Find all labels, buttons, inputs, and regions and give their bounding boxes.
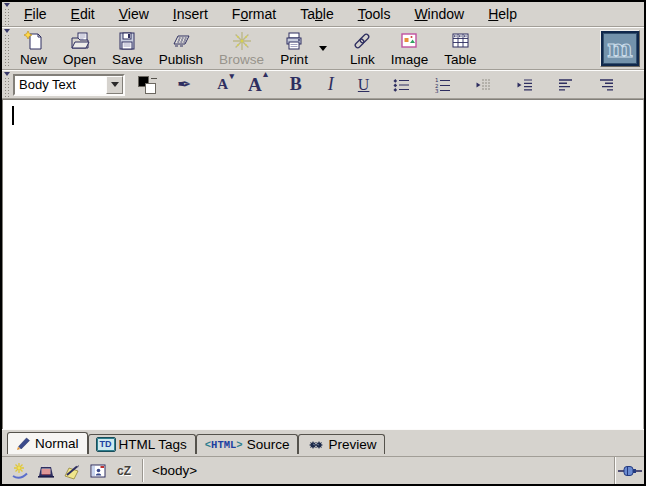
numbered-list-icon: 123 [434, 77, 451, 93]
structure-toolbar-body-tag[interactable]: <body> [152, 463, 197, 478]
underline-button[interactable]: U [358, 76, 370, 94]
italic-button[interactable]: I [328, 74, 334, 95]
link-button[interactable]: Link [343, 29, 382, 68]
online-plug-icon [618, 464, 642, 478]
menu-view[interactable]: View [107, 6, 161, 22]
toolbar-grippy[interactable] [2, 28, 12, 69]
text-color-picker[interactable] [137, 75, 161, 95]
link-button-label: Link [350, 52, 375, 67]
tab-source[interactable]: <HTML> Source [196, 434, 299, 454]
collapse-arrow-icon [4, 3, 10, 7]
chatzilla-icon[interactable]: cZ [114, 462, 134, 480]
align-left-icon [557, 77, 574, 93]
menu-edit[interactable]: Edit [59, 6, 107, 22]
paragraph-format-value: Body Text [15, 77, 106, 92]
edit-mode-tabbar: Normal TD HTML Tags <HTML> Source Previe… [2, 429, 644, 456]
link-icon [351, 30, 373, 52]
indent-button[interactable] [516, 77, 533, 93]
new-button-label: New [20, 52, 47, 67]
bullet-list-icon [393, 77, 410, 93]
tab-source-label: Source [247, 437, 290, 452]
tab-normal-label: Normal [35, 436, 79, 451]
online-status-button[interactable] [614, 457, 644, 484]
align-right-button[interactable] [598, 77, 615, 93]
navigator-icon[interactable] [10, 462, 30, 480]
print-dropdown-arrow[interactable] [316, 46, 330, 51]
publish-button-label: Publish [159, 52, 203, 67]
editor-canvas[interactable] [2, 99, 644, 429]
composer-window: File Edit View Insert Format Table Tools… [0, 0, 646, 486]
pen-icon [16, 437, 31, 451]
decrease-font-button[interactable]: A▾ [217, 76, 228, 93]
menu-tools[interactable]: Tools [346, 6, 403, 22]
print-button[interactable]: Print [273, 29, 315, 68]
align-left-button[interactable] [557, 77, 574, 93]
status-bar: cZ <body> [2, 456, 644, 484]
tab-html-tags[interactable]: TD HTML Tags [88, 434, 196, 454]
tab-html-tags-label: HTML Tags [119, 437, 187, 452]
table-button[interactable]: Table [437, 29, 483, 68]
open-button[interactable]: Open [56, 29, 103, 68]
image-button-label: Image [391, 52, 429, 67]
html-source-icon: <HTML> [205, 439, 243, 451]
open-button-label: Open [63, 52, 96, 67]
save-button[interactable]: Save [105, 29, 150, 68]
arrow-down-icon: ▾ [230, 71, 235, 81]
collapse-arrow-icon [4, 72, 10, 76]
menu-format[interactable]: Format [220, 6, 288, 22]
collapse-arrow-icon [4, 29, 10, 33]
table-icon [449, 30, 471, 52]
image-icon [398, 30, 420, 52]
menu-window[interactable]: Window [402, 6, 476, 22]
indent-icon [516, 77, 533, 93]
save-button-label: Save [112, 52, 143, 67]
outdent-icon [475, 77, 492, 93]
image-button[interactable]: Image [384, 29, 436, 68]
text-caret [12, 106, 14, 125]
format-toolbar: Body Text ✒ A▾ A▴ B I U [2, 70, 644, 99]
new-page-icon [23, 30, 45, 52]
background-color-swatch[interactable] [145, 83, 156, 94]
numbered-list-button[interactable]: 123 [434, 77, 451, 93]
browse-icon [231, 30, 253, 52]
preview-icon [307, 438, 324, 451]
open-folder-icon [69, 30, 91, 52]
publish-button[interactable]: Publish [152, 29, 210, 68]
menu-file[interactable]: File [12, 6, 59, 22]
save-icon [116, 30, 138, 52]
svg-text:m: m [607, 34, 632, 63]
tab-preview-label: Preview [328, 437, 376, 452]
align-right-icon [598, 77, 615, 93]
menu-table[interactable]: Table [288, 6, 346, 22]
svg-text:3: 3 [435, 88, 439, 93]
arrow-up-icon: ▴ [263, 69, 268, 79]
component-bar: cZ [2, 457, 142, 484]
menubar-grippy[interactable] [2, 2, 12, 26]
composer-icon[interactable] [62, 462, 82, 480]
tab-preview[interactable]: Preview [298, 434, 385, 454]
browse-button-label: Browse [219, 52, 264, 67]
mozilla-logo[interactable]: m [600, 30, 640, 67]
menu-help[interactable]: Help [476, 6, 529, 22]
mail-icon[interactable] [36, 462, 56, 480]
publish-icon [170, 30, 192, 52]
menu-bar: File Edit View Insert Format Table Tools… [2, 2, 644, 27]
chevron-down-icon[interactable] [106, 76, 123, 94]
addressbook-icon[interactable] [88, 462, 108, 480]
paragraph-format-select[interactable]: Body Text [13, 74, 125, 96]
table-button-label: Table [444, 52, 476, 67]
print-icon [283, 30, 305, 52]
td-tag-icon: TD [97, 438, 115, 451]
new-button[interactable]: New [13, 29, 54, 68]
increase-font-button[interactable]: A▴ [248, 74, 262, 96]
tab-normal[interactable]: Normal [7, 432, 88, 454]
highlight-pen-icon[interactable]: ✒ [177, 74, 191, 95]
browse-button[interactable]: Browse [212, 29, 271, 68]
main-toolbar: New Open [2, 27, 644, 70]
formatbar-grippy[interactable] [2, 71, 12, 98]
outdent-button[interactable] [475, 77, 492, 93]
bullet-list-button[interactable] [393, 77, 410, 93]
print-button-label: Print [280, 52, 308, 67]
menu-insert[interactable]: Insert [161, 6, 220, 22]
bold-button[interactable]: B [290, 74, 302, 95]
